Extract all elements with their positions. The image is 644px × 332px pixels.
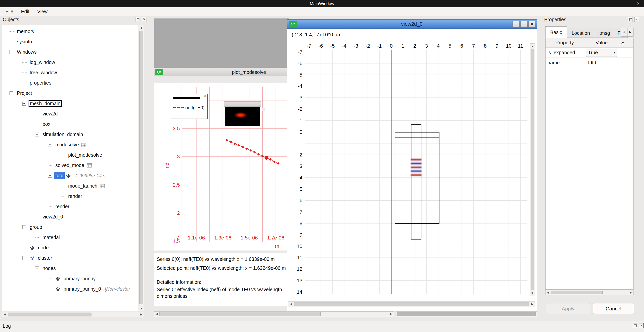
tree-item-Project[interactable]: −Project [2,88,138,98]
tree-item-fdtd[interactable]: −fdtd1.99998e-14 s; [2,170,138,181]
close-panel-icon[interactable]: × [142,17,146,22]
float-panel-icon[interactable] [628,17,633,22]
tree-item-view2d_0[interactable]: view2d_0 [2,212,138,222]
tree-item-mode_launch[interactable]: mode_launch [2,181,138,191]
tree-item-material[interactable]: material [2,232,138,243]
minimize-icon[interactable]: − [512,21,520,27]
tree-item-render[interactable]: render [2,201,138,212]
scrollbar-thumb[interactable] [530,49,534,290]
scroll-left-icon[interactable]: ◀ [154,311,159,316]
tree-item-Windows[interactable]: −Windows [2,47,138,57]
tree-item-simulation_domain[interactable]: −simulation_domain [2,129,138,140]
scroll-left-icon[interactable]: ◀ [2,312,7,317]
view2d-titlebar[interactable]: Qt view2d_0 − □ × [287,20,536,29]
close-panel-icon[interactable]: × [639,323,644,328]
tree-expander-icon[interactable]: − [48,174,52,178]
tree-item-solved_mode[interactable]: solved_mode [2,160,138,170]
tree-item-modesolve[interactable]: −modesolve [2,140,138,150]
tree-item-mesh_domain[interactable]: −mesh_domain [2,98,138,109]
legend-close-icon[interactable]: × [204,94,206,98]
scroll-up-icon[interactable]: ▲ [139,26,144,30]
size-grip[interactable] [262,108,265,111]
close-panel-icon[interactable]: × [634,17,639,22]
tree-item-view2d[interactable]: view2d [2,109,138,119]
plot-info-line: Detailed information: [157,279,286,285]
tree-expander-icon[interactable]: − [35,266,39,270]
scroll-right-icon[interactable]: ▶ [530,302,535,306]
close-icon[interactable]: × [528,21,536,27]
scrollbar-thumb[interactable] [396,312,536,316]
tree-item-cluster[interactable]: −cluster [2,253,138,263]
scroll-right-icon[interactable]: ▶ [629,290,633,295]
tree-connector [35,124,40,124]
window-close-button[interactable]: × [635,0,641,7]
value-dropdown[interactable]: True▾ [586,49,617,57]
view2d-dock-hscrollbar[interactable] [396,311,537,317]
value-input[interactable]: fdtd [586,59,617,67]
mode-preview-window[interactable]: × [224,101,261,127]
middle-hscrollbar[interactable]: ◀ ▶ [154,311,394,317]
mode-preview-titlebar[interactable]: × [224,102,261,107]
tree-item-node[interactable]: node [2,243,138,253]
tree-expander-icon[interactable]: − [35,133,39,136]
tree-item-label: render [67,193,83,199]
preview-close-icon[interactable]: × [258,102,260,106]
scroll-up-icon[interactable]: ▲ [530,44,535,49]
tree-expander-icon[interactable]: − [22,256,26,260]
tree-item-primary_bunny[interactable]: primary_bunny [2,273,138,284]
tab-scroll-left-icon[interactable]: ◀ [621,28,627,37]
legend-window[interactable]: × neff(TE0) [171,94,208,119]
scroll-down-icon[interactable]: ▼ [139,306,144,311]
tree-item-group[interactable]: −group [2,222,138,232]
view2d-hscrollbar[interactable]: ◀ ▶ [288,301,535,307]
scrollbar-thumb[interactable] [550,291,603,294]
tree-expander-icon[interactable]: − [10,91,14,95]
scroll-right-icon[interactable]: ▶ [139,312,144,317]
scroll-left-icon[interactable]: ◀ [546,290,550,295]
tree-expander-icon[interactable]: − [48,143,52,147]
tree-expander-icon[interactable]: − [22,225,26,229]
menu-view[interactable]: View [33,8,52,16]
tab-scroll-right-icon[interactable]: ▶ [627,28,634,37]
tree-item-log_window[interactable]: log_window [2,57,138,68]
tree-connector [22,83,26,83]
tree-connector [10,31,14,32]
maximize-icon[interactable]: □ [520,21,528,27]
tab-basic[interactable]: Basic [545,27,567,38]
tree-expander-icon[interactable]: − [10,50,14,54]
scroll-right-icon[interactable]: ▶ [388,311,393,316]
tree-item-render[interactable]: render [2,191,138,201]
view2d-canvas-holder[interactable]: -7-6-5-4-3-2-101234567891011-7-6-5-4-3-2… [294,42,529,302]
float-panel-icon[interactable] [136,17,140,22]
view2d-vscrollbar[interactable]: ▲ ▼ [530,43,535,296]
tree-item-tree_window[interactable]: tree_window [2,68,138,78]
objects-tree-hscrollbar[interactable]: ◀ ▶ [2,312,144,317]
menu-file[interactable]: File [2,8,17,16]
tree-item-nodes[interactable]: −nodes [2,263,138,273]
scroll-left-icon[interactable]: ◀ [289,302,294,306]
apply-button[interactable]: Apply [546,303,590,314]
tree-item-sysinfo[interactable]: sysinfo [2,37,138,47]
view2d-window[interactable]: Qt view2d_0 − □ × (-2.8, 1.4, -7) 10^0 u… [287,20,537,311]
tree-item-box[interactable]: box [2,119,138,129]
tree-item-memory[interactable]: memory [2,26,138,37]
scrollbar-thumb[interactable] [140,31,143,304]
scroll-down-icon[interactable]: ▼ [530,291,535,295]
tree-item-properties[interactable]: properties [2,78,138,88]
tab-location[interactable]: Location [567,28,595,38]
tab-tmsg[interactable]: tmsg [595,28,615,38]
view2d-canvas[interactable]: -7-6-5-4-3-2-101234567891011-7-6-5-4-3-2… [294,42,529,301]
objects-tree-vscrollbar[interactable]: ▲ ▼ [139,25,144,311]
menu-edit[interactable]: Edit [17,8,33,16]
cancel-button[interactable]: Cancel [593,303,634,314]
properties-hscrollbar[interactable]: ◀ ▶ [545,290,634,295]
svg-text:3.5: 3.5 [173,126,180,131]
tree-item-primary_bunny_0[interactable]: primary_bunny_0[Non-cluster [2,284,138,294]
float-panel-icon[interactable] [633,323,638,328]
scrollbar-thumb[interactable] [294,302,529,306]
tree-item-plot_modesolve[interactable]: plot_modesolve [2,150,138,160]
tree-expander-icon[interactable]: − [22,102,26,106]
scrollbar-thumb[interactable] [160,312,321,316]
scrollbar-thumb[interactable] [8,312,92,316]
modesolve-plot-area[interactable]: × neff(TE0) × 3.532.521.51.1e-061.3e-061… [154,83,289,251]
